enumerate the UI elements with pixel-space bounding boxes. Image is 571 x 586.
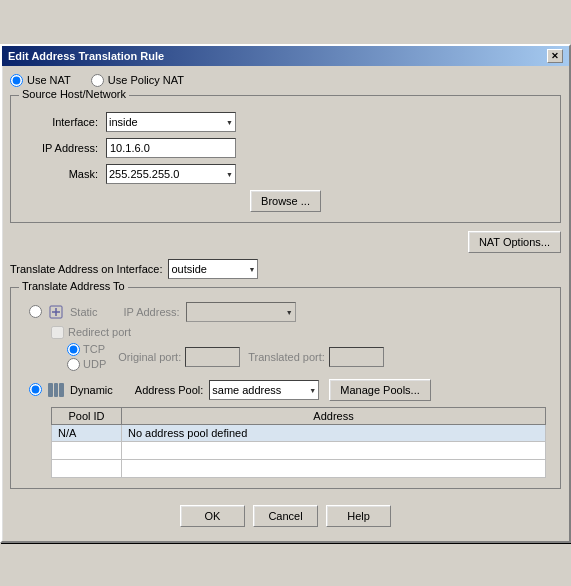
table-row: N/A No address pool defined (52, 424, 546, 441)
redirect-port-label: Redirect port (68, 326, 131, 338)
ip-address-label-static: IP Address: (124, 306, 180, 318)
dynamic-radio[interactable] (29, 383, 42, 396)
interface-label: Interface: (21, 116, 106, 128)
empty-cell-3 (52, 459, 122, 477)
tcp-radio[interactable] (67, 343, 80, 356)
address-pool-select[interactable]: same address (209, 380, 319, 400)
empty-cell-4 (122, 459, 546, 477)
use-policy-nat-label[interactable]: Use Policy NAT (91, 74, 184, 87)
tcp-udp-radios: TCP UDP (67, 343, 106, 371)
original-port-label: Original port: (118, 351, 181, 363)
title-bar-text: Edit Address Translation Rule (8, 50, 164, 62)
cell-pool-id: N/A (52, 424, 122, 441)
svg-rect-3 (48, 383, 53, 397)
ip-address-label: IP Address: (21, 142, 106, 154)
ip-address-row: IP Address: 10.1.6.0 (21, 138, 550, 158)
dialog-content: Use NAT Use Policy NAT Source Host/Netwo… (2, 66, 569, 541)
dynamic-label: Dynamic (70, 384, 113, 396)
translate-iface-select[interactable]: outside (168, 259, 258, 279)
use-nat-radio[interactable] (10, 74, 23, 87)
pool-table: Pool ID Address N/A No address pool defi… (51, 407, 546, 478)
manage-pools-button[interactable]: Manage Pools... (329, 379, 431, 401)
static-ip-select[interactable] (186, 302, 296, 322)
svg-rect-5 (59, 383, 64, 397)
translate-iface-row: Translate Address on Interface: outside (10, 259, 561, 279)
translated-port-label: Translated port: (248, 351, 325, 363)
bottom-buttons: OK Cancel Help (10, 497, 561, 533)
svg-rect-4 (54, 383, 58, 397)
nat-type-row: Use NAT Use Policy NAT (10, 74, 561, 87)
translate-addr-group: Translate Address To Static IP Address: (10, 287, 561, 489)
col-pool-id: Pool ID (52, 407, 122, 424)
cancel-button[interactable]: Cancel (253, 505, 318, 527)
use-policy-nat-radio[interactable] (91, 74, 104, 87)
redirect-row: Redirect port (51, 326, 550, 339)
dynamic-row: Dynamic Address Pool: same address Manag… (21, 379, 550, 401)
ip-address-input[interactable]: 10.1.6.0 (106, 138, 236, 158)
mask-label: Mask: (21, 168, 106, 180)
tcp-label-wrap[interactable]: TCP (67, 343, 106, 356)
title-bar-controls: ✕ (547, 49, 563, 63)
browse-row: Browse ... (21, 190, 550, 212)
pool-table-wrap: Pool ID Address N/A No address pool defi… (51, 407, 546, 478)
mask-select[interactable]: 255.255.255.0 (106, 164, 236, 184)
mask-select-wrap: 255.255.255.0 (106, 164, 236, 184)
source-host-group: Source Host/Network Interface: inside IP… (10, 95, 561, 223)
dynamic-icon (48, 382, 64, 398)
address-pool-select-wrap: same address (209, 380, 319, 400)
title-bar: Edit Address Translation Rule ✕ (2, 46, 569, 66)
static-ip-select-wrap (186, 302, 296, 322)
static-icon (48, 304, 64, 320)
udp-label-wrap[interactable]: UDP (67, 358, 106, 371)
browse-button[interactable]: Browse ... (250, 190, 321, 212)
table-empty-row-1 (52, 441, 546, 459)
mask-row: Mask: 255.255.255.0 (21, 164, 550, 184)
tcp-row: TCP UDP Original port: Translated port: (67, 343, 550, 371)
empty-cell-2 (122, 441, 546, 459)
translate-iface-select-wrap: outside (168, 259, 258, 279)
translate-iface-label: Translate Address on Interface: (10, 263, 162, 275)
redirect-port-checkbox[interactable] (51, 326, 64, 339)
ok-button[interactable]: OK (180, 505, 245, 527)
cell-address: No address pool defined (122, 424, 546, 441)
interface-select[interactable]: inside (106, 112, 236, 132)
nat-options-button[interactable]: NAT Options... (468, 231, 561, 253)
static-row: Static IP Address: (21, 302, 550, 322)
translated-port-input[interactable] (329, 347, 384, 367)
use-nat-label[interactable]: Use NAT (10, 74, 71, 87)
table-empty-row-2 (52, 459, 546, 477)
original-port-input[interactable] (185, 347, 240, 367)
translate-addr-title: Translate Address To (19, 280, 128, 292)
source-host-title: Source Host/Network (19, 88, 129, 100)
dialog-window: Edit Address Translation Rule ✕ Use NAT … (0, 44, 571, 543)
address-pool-label: Address Pool: (135, 384, 203, 396)
udp-radio[interactable] (67, 358, 80, 371)
close-button[interactable]: ✕ (547, 49, 563, 63)
nat-options-row: NAT Options... (10, 231, 561, 253)
col-address: Address (122, 407, 546, 424)
empty-cell-1 (52, 441, 122, 459)
static-radio[interactable] (29, 305, 42, 318)
interface-row: Interface: inside (21, 112, 550, 132)
interface-select-wrap: inside (106, 112, 236, 132)
help-button[interactable]: Help (326, 505, 391, 527)
static-label: Static (70, 306, 98, 318)
